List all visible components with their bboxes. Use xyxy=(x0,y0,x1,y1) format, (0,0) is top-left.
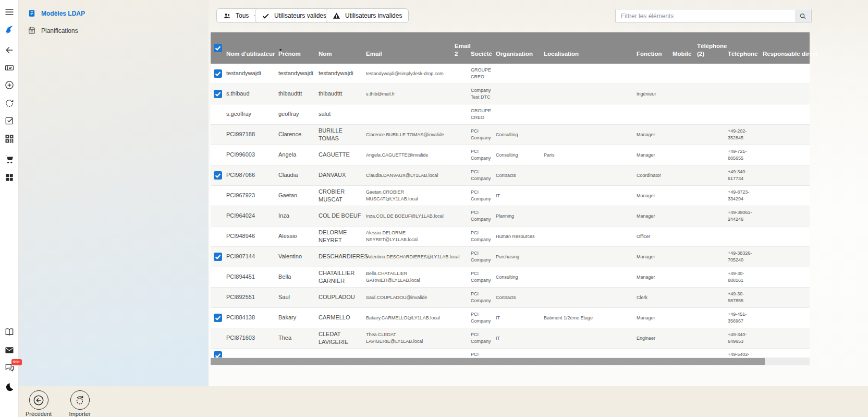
table-row[interactable]: PCI948946AlessioDELORME NEYRETAlessio.DE… xyxy=(211,227,810,247)
table-row[interactable]: PCI892551SaulCOUPLADOUSaul.COUPLADOU@inv… xyxy=(211,288,810,308)
column-header-localisation[interactable]: Localisation xyxy=(544,32,637,64)
cell-company: PCI Company xyxy=(471,206,496,226)
cell-localisation: Paris xyxy=(544,145,637,165)
table-row[interactable]: testandywajditestandywajditestandywajdit… xyxy=(211,64,810,84)
cell-email: Saul.COUPLADOU@invalide xyxy=(366,288,455,307)
cell-checkbox[interactable] xyxy=(211,206,226,226)
cell-checkbox[interactable] xyxy=(211,288,226,307)
import-label: Importer xyxy=(65,411,94,417)
table-row[interactable]: PCI884138BakaryCARMELLOBakary.CARMELLO@L… xyxy=(211,308,810,328)
cell-checkbox[interactable] xyxy=(211,104,226,124)
back-arrow-icon[interactable] xyxy=(4,45,15,55)
table-row[interactable]: s.geoffraygeoffraysalutGROUPE CREO xyxy=(211,104,810,125)
row-checkbox[interactable] xyxy=(214,171,222,180)
column-header-organisation[interactable]: Organisation xyxy=(496,32,544,64)
row-checkbox[interactable] xyxy=(214,314,222,322)
cell-checkbox[interactable] xyxy=(211,64,226,84)
cart-icon[interactable] xyxy=(4,154,15,164)
cell-checkbox[interactable] xyxy=(211,125,226,145)
cell-fonction: Manager xyxy=(637,308,673,328)
dark-mode-icon[interactable] xyxy=(4,382,15,392)
cell-checkbox[interactable] xyxy=(211,328,226,348)
table-row[interactable]: PCI996003AngelaCAGUETTEAngela.CAGUETTE@i… xyxy=(211,145,810,165)
select-all-checkbox[interactable] xyxy=(211,32,226,64)
row-checkbox[interactable] xyxy=(214,69,222,78)
invalid-users-button[interactable]: Utilisateurs invalides xyxy=(326,8,409,23)
cell-manager xyxy=(763,206,810,226)
cell-firstname: testandywajdi xyxy=(278,64,319,84)
column-header-email[interactable]: Email xyxy=(366,32,455,64)
cell-lastname: CAGUETTE xyxy=(319,145,366,165)
column-header-phone2[interactable]: Téléphone (2) xyxy=(697,32,728,64)
cell-lastname: COL DE BOEUF xyxy=(319,206,366,226)
app-logo-icon[interactable] xyxy=(4,25,15,35)
cell-username: PCI996003 xyxy=(226,145,278,165)
qr-code-icon[interactable] xyxy=(4,134,15,144)
row-checkbox[interactable] xyxy=(214,351,222,358)
cell-email2 xyxy=(455,165,471,185)
cell-mobile xyxy=(673,288,697,307)
cell-checkbox[interactable] xyxy=(211,186,226,206)
cell-checkbox[interactable] xyxy=(211,247,226,267)
previous-button[interactable]: Précédent xyxy=(24,390,53,417)
cell-checkbox[interactable] xyxy=(211,145,226,165)
table-row[interactable]: PCI871603TheaCLEDAT LAVIGERIEThea.CLEDAT… xyxy=(211,328,810,349)
scrollbar-thumb[interactable] xyxy=(211,358,765,365)
cell-phone2 xyxy=(697,227,728,246)
task-check-icon[interactable] xyxy=(4,115,15,126)
column-header-firstname[interactable]: Prénom xyxy=(278,32,319,64)
sync-icon[interactable] xyxy=(4,98,15,109)
import-button[interactable]: Importer xyxy=(65,390,94,417)
apps-grid-icon[interactable] xyxy=(4,172,15,183)
table-row[interactable]: PCI964024InzaCOL DE BOEUFInza.COL DE BOE… xyxy=(211,206,810,227)
table-row[interactable]: PCI997188ClarenceBURILLE TOMASClarence.B… xyxy=(211,125,810,145)
column-header-lastname[interactable]: Nom xyxy=(319,32,366,64)
column-header-email2[interactable]: Email 2 xyxy=(455,32,471,64)
table-row[interactable]: PCI907144ValentinoDESCHARDIERESValentino… xyxy=(211,247,810,267)
horizontal-scrollbar[interactable] xyxy=(211,358,810,365)
chat-icon[interactable]: 99+ xyxy=(4,362,15,373)
cell-checkbox[interactable] xyxy=(211,84,226,104)
book-icon[interactable] xyxy=(4,327,15,337)
column-header-mobile[interactable]: Mobile xyxy=(673,32,697,64)
table-row[interactable]: PCI894451BellaCHATAILLIER GARNIERBella.C… xyxy=(211,267,810,288)
table-row[interactable]: PCI987066ClaudiaDANVAUXClaudia.DANVAUX@L… xyxy=(211,165,810,186)
cell-firstname: Claudia xyxy=(278,165,319,185)
column-header-manager[interactable]: Responsable direct xyxy=(763,32,821,64)
cell-phone: +49-202-352845 xyxy=(728,125,763,145)
valid-users-button[interactable]: Utilisateurs valides xyxy=(255,8,333,23)
cell-checkbox[interactable] xyxy=(211,227,226,246)
column-header-username[interactable]: Nom d'utilisateur▼ xyxy=(226,32,278,64)
cell-checkbox[interactable] xyxy=(211,165,226,185)
mail-icon[interactable] xyxy=(4,345,15,355)
cell-localisation xyxy=(544,104,637,124)
cell-localisation xyxy=(544,64,637,84)
table-row[interactable]: s.thibaudthibaudtttthibaudttts.thib@mail… xyxy=(211,84,810,104)
cell-company: PCI Company xyxy=(471,308,496,328)
search-button[interactable] xyxy=(795,10,811,22)
cell-email2 xyxy=(455,145,471,165)
cell-checkbox[interactable] xyxy=(211,308,226,328)
nav-item-modeles-ldap[interactable]: Modèles LDAP xyxy=(19,5,209,22)
cell-checkbox[interactable] xyxy=(211,349,226,358)
cell-email2 xyxy=(455,349,471,358)
cell-checkbox[interactable] xyxy=(211,267,226,287)
add-circle-icon[interactable] xyxy=(4,80,15,90)
row-checkbox[interactable] xyxy=(214,90,222,98)
ticket-icon[interactable] xyxy=(4,63,15,73)
row-checkbox[interactable] xyxy=(214,253,222,261)
column-header-phone[interactable]: Téléphone xyxy=(728,32,763,64)
cell-username: PCI892551 xyxy=(226,288,278,307)
column-header-company[interactable]: Société xyxy=(471,32,496,64)
column-header-fonction[interactable]: Fonction xyxy=(637,32,673,64)
cell-email: Claudia.DANVAUX@LY1LAB.local xyxy=(366,165,455,185)
row-checkbox[interactable] xyxy=(214,44,222,52)
filter-input[interactable] xyxy=(615,9,812,23)
menu-icon[interactable] xyxy=(4,7,15,17)
cell-phone xyxy=(728,64,763,84)
sort-indicator: ▼ xyxy=(278,48,282,53)
nav-item-planifications[interactable]: Planifications xyxy=(19,22,209,39)
table-row[interactable]: PCI Company+49-5402- xyxy=(211,349,810,358)
table-row[interactable]: PCI967923GaetanCROBIER MUSCATGaetan.CROB… xyxy=(211,186,810,206)
cell-lastname: DESCHARDIERES xyxy=(319,247,366,267)
